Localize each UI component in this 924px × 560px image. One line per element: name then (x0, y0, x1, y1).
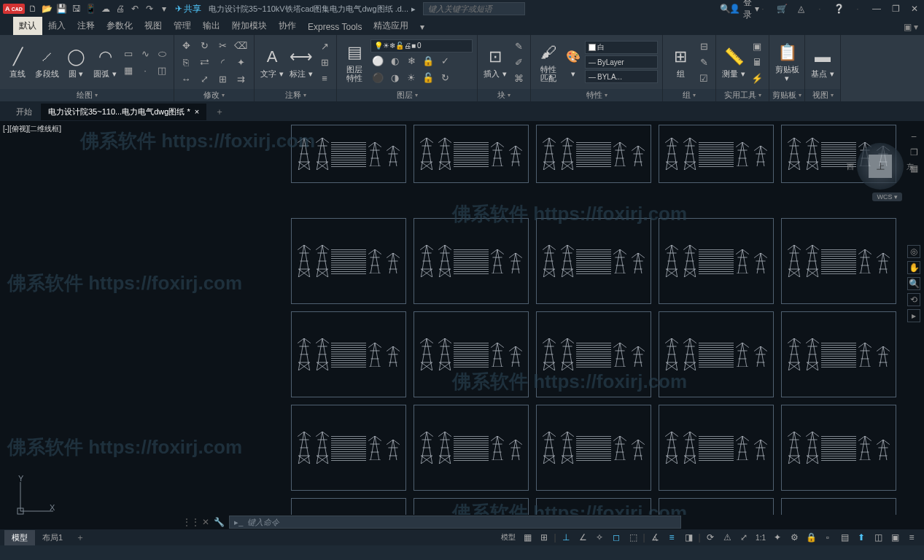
quickprops-icon[interactable]: ▤ (836, 531, 853, 544)
view-cube[interactable]: 西 上 东 (857, 143, 904, 190)
drawing-sheet[interactable] (659, 405, 774, 491)
group-edit-icon[interactable]: ✎ (696, 55, 711, 69)
orbit-icon[interactable]: ⟲ (907, 293, 920, 306)
tab-output[interactable]: 输出 (197, 17, 226, 35)
close-tab-icon[interactable]: × (195, 107, 199, 116)
circle-button[interactable]: ◯圆 ▾ (63, 46, 89, 78)
drawing-sheet[interactable] (291, 311, 406, 397)
rect-icon[interactable]: ▭ (121, 47, 136, 61)
color-dropdown[interactable]: 白 (585, 41, 658, 54)
move-icon[interactable]: ✥ (179, 38, 193, 52)
hardware-icon[interactable]: ⬆ (853, 531, 869, 544)
erase-icon[interactable]: ⌫ (233, 38, 248, 52)
tab-model[interactable]: 模型 (4, 530, 35, 545)
minimize-icon[interactable]: — (870, 2, 883, 15)
table-icon[interactable]: ⊞ (317, 55, 332, 69)
tab-layout1[interactable]: 布局1 (35, 530, 70, 545)
trim-icon[interactable]: ✂ (215, 38, 230, 52)
hatch-icon[interactable]: ▦ (121, 63, 136, 78)
command-input[interactable]: ▸_ 键入命令 (229, 516, 681, 529)
mline-icon[interactable]: ≡ (317, 71, 332, 85)
tab-start[interactable]: 开始 (9, 104, 39, 120)
laymch-icon[interactable]: ✓ (438, 54, 452, 69)
autoscale-icon[interactable]: ⤢ (736, 531, 752, 544)
web-save-icon[interactable]: ☁ (99, 2, 112, 15)
attr-icon[interactable]: ⌘ (511, 71, 526, 85)
drawing-sheet[interactable] (291, 405, 406, 491)
new-tab-icon[interactable]: ＋ (208, 103, 231, 121)
tab-collaborate[interactable]: 协作 (273, 17, 302, 35)
group-sel-icon[interactable]: ☑ (696, 71, 711, 85)
spline-icon[interactable]: ∿ (138, 47, 152, 61)
showmotion-icon[interactable]: ▸ (907, 309, 920, 322)
tab-featured[interactable]: 精选应用 (368, 17, 414, 35)
copy-icon[interactable]: ⎘ (179, 55, 193, 69)
scale-icon[interactable]: ⤢ (197, 71, 211, 86)
layer-dropdown[interactable]: 💡☀❄🔓🖨■ 0 (370, 39, 473, 52)
login-button[interactable]: 👤 登录 ▾ (737, 2, 750, 15)
matchprop-button[interactable]: 🖌特性 匹配 (535, 42, 562, 82)
basepoint-button[interactable]: ▬基点 ▾ (810, 46, 836, 78)
drawing-sheet[interactable] (536, 125, 651, 183)
redo-icon[interactable]: ↷ (143, 2, 156, 15)
transparency-icon[interactable]: ◨ (680, 531, 696, 544)
cmd-config-icon[interactable]: 🔧 (214, 517, 225, 527)
zoom-icon[interactable]: 🔍 (907, 277, 920, 290)
drawing-sheet[interactable] (781, 311, 896, 397)
stretch-icon[interactable]: ↔ (179, 71, 193, 86)
layulk-icon[interactable]: 🔓 (421, 71, 435, 85)
explode-icon[interactable]: ✦ (233, 55, 248, 69)
layer-props-button[interactable]: ▤图层 特性 (341, 42, 368, 82)
rotate-icon[interactable]: ↻ (197, 38, 211, 52)
lwt-icon[interactable]: ≡ (664, 531, 680, 544)
array-icon[interactable]: ⊞ (215, 71, 230, 86)
clean-icon[interactable]: ▣ (887, 531, 903, 544)
tab-overflow-icon[interactable]: ▾ (414, 19, 430, 35)
drawing-sheet[interactable] (414, 125, 529, 183)
ucs-icon[interactable]: Y X (13, 503, 55, 512)
save-icon[interactable]: 💾 (55, 2, 69, 15)
drawing-sheet[interactable] (414, 218, 529, 304)
add-layout-icon[interactable]: ＋ (70, 529, 90, 546)
web-open-icon[interactable]: 📱 (85, 2, 98, 15)
text-button[interactable]: A文字 ▾ (259, 46, 285, 78)
drawing-sheet[interactable] (659, 311, 774, 397)
workspace-icon[interactable]: ⚙ (786, 531, 802, 544)
help-icon[interactable]: ❔ (832, 2, 845, 15)
wcs-label[interactable]: WCS ▾ (872, 192, 902, 201)
otrack-icon[interactable]: ∡ (647, 531, 663, 544)
leader-icon[interactable]: ↗ (317, 39, 332, 53)
drawing-sheet[interactable] (414, 405, 529, 491)
undo-icon[interactable]: ↶ (128, 2, 141, 15)
snap-icon[interactable]: ⊞ (536, 531, 552, 544)
drawing-canvas[interactable]: [-][俯视][二维线框] 佛系软件 https://foxirj.com 佛系… (0, 121, 924, 529)
linetype-dropdown[interactable]: — BYLA... (585, 70, 658, 83)
osnap-icon[interactable]: ◻ (608, 531, 624, 544)
tab-manage[interactable]: 管理 (168, 17, 197, 35)
drawing-sheet[interactable] (536, 218, 651, 304)
group-button[interactable]: ⊞组 (667, 46, 694, 78)
new-icon[interactable]: 🗋 (26, 2, 39, 15)
clipboard-button[interactable]: 📋剪贴板 ▾ (774, 42, 800, 82)
viewcube-face[interactable]: 上 (869, 155, 892, 178)
status-model[interactable]: 模型 (498, 531, 519, 544)
wheel-icon[interactable]: ◎ (907, 245, 920, 258)
drawing-sheet[interactable] (781, 218, 896, 304)
drawing-sheet[interactable] (536, 311, 651, 397)
viewport-max-icon[interactable]: ❐ (907, 146, 920, 159)
plot-icon[interactable]: 🖨 (114, 2, 127, 15)
layon-icon[interactable]: ⚫ (370, 71, 385, 85)
annomonitor-icon[interactable]: ⚠ (719, 531, 735, 544)
drawing-sheet[interactable] (536, 405, 651, 491)
grid-icon[interactable]: ▦ (519, 531, 535, 544)
laycur-icon[interactable]: ↻ (438, 71, 452, 85)
insert-button[interactable]: ⊡插入 ▾ (482, 46, 508, 78)
pan-icon[interactable]: ✋ (907, 261, 920, 274)
ribbon-collapse-icon[interactable]: ▣ ▾ (898, 19, 924, 35)
point-icon[interactable]: ∙ (138, 63, 152, 78)
layiso-icon[interactable]: ◐ (387, 54, 402, 69)
search-input[interactable] (423, 2, 525, 15)
isolate-icon[interactable]: ◫ (870, 531, 886, 544)
calc-icon[interactable]: 🖩 (750, 55, 764, 69)
drawing-sheet[interactable] (291, 125, 406, 183)
